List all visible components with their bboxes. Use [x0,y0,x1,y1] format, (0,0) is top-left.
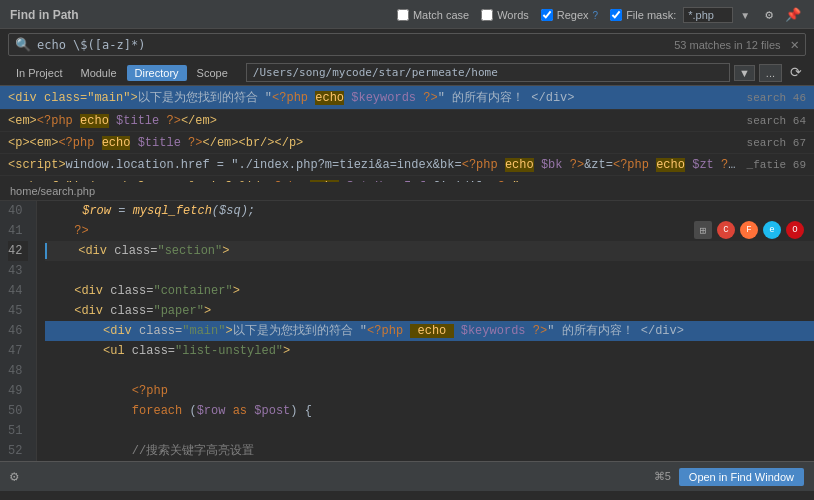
words-label: Words [497,9,529,21]
result-row[interactable]: <em><?php echo $title ?></em> search 64 [0,110,814,132]
settings-icon[interactable]: ⚙ [10,468,18,485]
code-line: foreach ($row as $post) { [45,401,814,421]
code-line-highlighted: <div class="main">以下是为您找到的符合 "<?php echo… [45,321,814,341]
ie-icon[interactable]: e [763,221,781,239]
code-area: 40 41 42 43 44 45 46 47 48 49 50 51 52 ⊞… [0,201,814,461]
line-num: 48 [8,361,28,381]
search-input-row: 🔍 53 matches in 12 files ✕ [0,29,814,60]
code-line: $row = mysql_fetch($sq); [45,201,814,221]
scope-refresh-icon[interactable]: ⟳ [786,63,806,82]
match-case-option[interactable]: Match case [397,9,469,21]
tab-directory[interactable]: Directory [127,65,187,81]
file-mask-option[interactable]: File mask: ▼ [610,7,750,23]
bottom-bar: ⚙ ⌘5 Open in Find Window [0,461,814,491]
find-panel-title-row: Find in Path Match case Words Regex ? Fi… [0,0,814,29]
code-line: //搜索关键字高亮设置 [45,441,814,461]
line-num: 46 [8,321,28,341]
code-line [45,421,814,441]
find-panel: Find in Path Match case Words Regex ? Fi… [0,0,814,182]
tab-in-project[interactable]: In Project [8,65,70,81]
scope-row: In Project Module Directory Scope ▼ ... … [0,60,814,86]
keyboard-shortcut: ⌘5 [654,470,671,483]
line-num: 49 [8,381,28,401]
result-filename: info 10 [760,181,806,183]
result-code: <script>window.location.href = "./index.… [8,158,739,172]
match-case-checkbox[interactable] [397,9,409,21]
regex-option[interactable]: Regex ? [541,9,598,21]
filter-icon[interactable]: ⚙ [762,6,776,24]
line-numbers: 40 41 42 43 44 45 46 47 48 49 50 51 52 [0,201,37,461]
open-find-window-button[interactable]: Open in Find Window [679,468,804,486]
code-line: <div class="section"> [45,241,814,261]
clear-search-button[interactable]: ✕ [791,36,799,53]
scope-path-input[interactable] [246,63,730,82]
code-editor: home/search.php 40 41 42 43 44 45 46 47 … [0,182,814,461]
result-row[interactable]: <a href="index.php?m=user&a=info&id=<?ph… [0,176,814,182]
line-num: 43 [8,261,28,281]
words-checkbox[interactable] [481,9,493,21]
scope-path-dropdown[interactable]: ▼ [734,65,755,81]
find-options: Match case Words Regex ? File mask: ▼ ⚙ … [397,6,804,24]
line-num: 44 [8,281,28,301]
file-mask-checkbox[interactable] [610,9,622,21]
file-mask-label: File mask: [626,9,676,21]
result-filename: search 46 [747,92,806,104]
opera-icon[interactable]: O [786,221,804,239]
line-num: 47 [8,341,28,361]
match-count: 53 matches in 12 files [674,39,780,51]
grid-icon[interactable]: ⊞ [694,221,712,239]
result-code: <em><?php echo $title ?></em> [8,114,739,128]
filter-icons: ⚙ 📌 [762,6,804,24]
code-line: <div class="paper"> [45,301,814,321]
tab-module[interactable]: Module [72,65,124,81]
result-filename: _fatie 69 [747,159,806,171]
line-num: 52 [8,441,28,461]
search-icon: 🔍 [15,37,31,53]
chrome-icon[interactable]: C [717,221,735,239]
firefox-icon[interactable]: F [740,221,758,239]
code-toolbar: ⊞ C F e O [694,221,804,239]
result-row[interactable]: <script>window.location.href = "./index.… [0,154,814,176]
filename: home/search.php [10,185,95,197]
find-panel-title: Find in Path [10,8,79,22]
line-num: 50 [8,401,28,421]
result-code: <div class="main">以下是为您找到的符合 "<?php echo… [8,89,739,106]
pin-icon[interactable]: 📌 [782,6,804,24]
line-num: 42 [8,241,28,261]
search-box: 🔍 53 matches in 12 files ✕ [8,33,806,56]
code-line: <ul class="list-unstyled"> [45,341,814,361]
line-num: 51 [8,421,28,441]
tab-scope[interactable]: Scope [189,65,236,81]
scope-path: ▼ ... ⟳ [246,63,806,82]
search-input[interactable] [37,38,668,52]
results-list: <div class="main">以下是为您找到的符合 "<?php echo… [0,86,814,182]
code-line [45,361,814,381]
code-line [45,261,814,281]
line-num: 45 [8,301,28,321]
scope-path-browse-button[interactable]: ... [759,64,782,82]
code-lines: ⊞ C F e O $row = mysql_fetch($sq); ?> <d… [37,201,814,461]
result-code: <p><em><?php echo $title ?></em><br/></p… [8,136,739,150]
line-num: 41 [8,221,28,241]
code-line: <div class="container"> [45,281,814,301]
regex-help[interactable]: ? [593,10,599,21]
result-row[interactable]: <p><em><?php echo $title ?></em><br/></p… [0,132,814,154]
result-filename: search 64 [747,115,806,127]
result-code: <a href="index.php?m=user&a=info&id=<?ph… [8,180,752,183]
file-mask-input[interactable] [683,7,733,23]
file-mask-dropdown[interactable]: ▼ [740,10,750,21]
regex-label: Regex [557,9,589,21]
result-row[interactable]: <div class="main">以下是为您找到的符合 "<?php echo… [0,86,814,110]
words-option[interactable]: Words [481,9,529,21]
line-num: 40 [8,201,28,221]
regex-checkbox[interactable] [541,9,553,21]
match-case-label: Match case [413,9,469,21]
result-filename: search 67 [747,137,806,149]
code-line: <?php [45,381,814,401]
bottom-right: ⌘5 Open in Find Window [654,468,804,486]
file-header: home/search.php [0,182,814,201]
